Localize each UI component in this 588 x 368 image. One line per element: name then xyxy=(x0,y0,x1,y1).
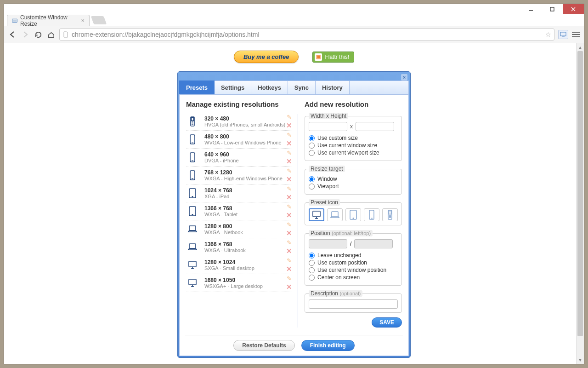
reload-button[interactable] xyxy=(34,30,43,39)
resolution-item[interactable]: 1366 × 768WXGA - Ultrabook✎✕ xyxy=(186,238,292,256)
target-radio[interactable] xyxy=(309,176,315,182)
browser-tab[interactable]: Customize Window Resize × xyxy=(7,15,90,26)
address-bar[interactable]: chrome-extension://bjakagclnejaocjfdgmkg… xyxy=(59,29,554,40)
target-label: Window xyxy=(317,176,337,182)
size-radio[interactable] xyxy=(309,150,315,156)
edit-icon[interactable]: ✎ xyxy=(287,203,292,210)
preset-icon-desktop[interactable] xyxy=(309,208,324,221)
resolution-item[interactable]: 1280 × 1024SXGA - Small desktop✎✕ xyxy=(186,256,292,274)
svg-rect-31 xyxy=(313,211,320,217)
delete-icon[interactable]: ✕ xyxy=(286,175,292,184)
size-label: Use current viewport size xyxy=(317,150,379,156)
position-option[interactable]: Use custom position xyxy=(309,259,398,266)
tab-history[interactable]: History xyxy=(316,80,350,94)
resolution-description: WXGA - Ultrabook xyxy=(204,247,292,253)
height-input[interactable] xyxy=(356,122,394,131)
tab-hotkeys[interactable]: Hotkeys xyxy=(251,80,288,94)
edit-icon[interactable]: ✎ xyxy=(287,221,292,228)
position-left-input[interactable] xyxy=(309,239,347,248)
preset-icon-tablet[interactable] xyxy=(345,208,361,221)
resolution-item[interactable]: 320 × 480HVGA (old iPhones, small Androi… xyxy=(186,113,292,131)
delete-icon[interactable]: ✕ xyxy=(286,193,292,201)
vertical-scrollbar[interactable]: ▲ ▼ xyxy=(576,43,584,364)
svg-rect-6 xyxy=(560,32,566,36)
edit-icon[interactable]: ✎ xyxy=(287,167,292,174)
window-close-button[interactable] xyxy=(563,4,584,14)
delete-icon[interactable]: ✕ xyxy=(286,247,292,255)
target-radio[interactable] xyxy=(309,184,315,190)
position-radio[interactable] xyxy=(309,275,315,281)
width-input[interactable] xyxy=(309,122,347,131)
resolution-item[interactable]: 1680 × 1050WSXGA+ - Large desktop✎✕ xyxy=(186,274,292,292)
position-top-input[interactable] xyxy=(354,239,393,248)
resolution-item[interactable]: 1280 × 800WXGA - Netbook✎✕ xyxy=(186,220,292,238)
svg-rect-25 xyxy=(189,261,196,267)
svg-point-22 xyxy=(192,214,193,215)
edit-icon[interactable]: ✎ xyxy=(287,150,292,156)
delete-icon[interactable]: ✕ xyxy=(286,139,292,148)
edit-icon[interactable]: ✎ xyxy=(287,185,292,192)
bookmark-star-icon[interactable]: ☆ xyxy=(545,31,551,38)
back-button[interactable] xyxy=(8,30,17,39)
restore-defaults-button[interactable]: Restore Defaults xyxy=(233,340,294,351)
edit-icon[interactable]: ✎ xyxy=(287,114,292,121)
manage-heading: Manage existing resolutions xyxy=(186,100,292,108)
size-radio[interactable] xyxy=(309,135,315,141)
scroll-up-icon[interactable]: ▲ xyxy=(577,43,584,51)
edit-icon[interactable]: ✎ xyxy=(287,257,292,264)
size-option[interactable]: Use current viewport size xyxy=(309,150,398,156)
tab-settings[interactable]: Settings xyxy=(215,80,251,94)
extension-icon[interactable] xyxy=(558,30,568,39)
finish-editing-button[interactable]: Finish editing xyxy=(301,340,355,351)
scroll-thumb[interactable] xyxy=(577,51,583,336)
resolution-item[interactable]: 480 × 800WVGA - Low-end Windows Phone✎✕ xyxy=(186,131,292,149)
buy-coffee-button[interactable]: Buy me a coffee xyxy=(234,51,299,63)
position-option[interactable]: Leave unchanged xyxy=(309,252,398,259)
position-option[interactable]: Center on screen xyxy=(309,274,398,281)
forward-button[interactable] xyxy=(21,30,30,39)
tab-close-icon[interactable]: × xyxy=(81,17,85,24)
panel-close-button[interactable]: × xyxy=(401,74,407,80)
edit-icon[interactable]: ✎ xyxy=(287,132,292,138)
delete-icon[interactable]: ✕ xyxy=(286,283,292,291)
position-radio[interactable] xyxy=(309,260,315,266)
resolution-item[interactable]: 640 × 960DVGA - iPhone✎✕ xyxy=(186,149,292,167)
size-option[interactable]: Use current window size xyxy=(309,142,398,149)
position-label: Use custom position xyxy=(317,259,367,266)
description-input[interactable] xyxy=(309,299,398,309)
home-button[interactable] xyxy=(46,30,56,39)
feature-phone-icon xyxy=(186,116,199,127)
target-option[interactable]: Window xyxy=(309,176,398,182)
delete-icon[interactable]: ✕ xyxy=(286,211,292,219)
save-button[interactable]: SAVE xyxy=(372,317,402,328)
preset-icon-feature-phone[interactable] xyxy=(382,208,398,221)
edit-icon[interactable]: ✎ xyxy=(287,275,292,282)
laptop-icon xyxy=(186,224,199,235)
window-minimize-button[interactable] xyxy=(520,4,542,14)
window-maximize-button[interactable] xyxy=(542,4,563,14)
new-tab-button[interactable] xyxy=(91,16,107,24)
edit-icon[interactable]: ✎ xyxy=(287,239,292,246)
tab-sync[interactable]: Sync xyxy=(288,80,316,94)
position-radio[interactable] xyxy=(309,253,315,259)
preset-icon-laptop[interactable] xyxy=(327,208,343,221)
size-radio[interactable] xyxy=(309,143,315,149)
resolution-description: DVGA - iPhone xyxy=(204,158,292,163)
delete-icon[interactable]: ✕ xyxy=(286,229,292,237)
scroll-down-icon[interactable]: ▼ xyxy=(577,356,584,364)
resolution-item[interactable]: 768 × 1280WXGA - High-end Windows Phone✎… xyxy=(186,167,292,184)
chrome-menu-button[interactable] xyxy=(572,32,580,37)
position-radio[interactable] xyxy=(309,267,315,273)
tab-presets[interactable]: Presets xyxy=(179,80,215,94)
delete-icon[interactable]: ✕ xyxy=(286,157,292,166)
resolution-item[interactable]: 1366 × 768WXGA - Tablet✎✕ xyxy=(186,202,292,220)
size-option[interactable]: Use custom size xyxy=(309,135,398,141)
resolution-value: 1024 × 768 xyxy=(204,187,292,194)
delete-icon[interactable]: ✕ xyxy=(286,265,292,273)
preset-icon-smartphone[interactable] xyxy=(364,208,379,221)
position-option[interactable]: Use current window position xyxy=(309,267,398,273)
flattr-button[interactable]: ▣Flattr this! xyxy=(312,52,354,63)
target-option[interactable]: Viewport xyxy=(309,183,398,190)
resolution-item[interactable]: 1024 × 768XGA - iPad✎✕ xyxy=(186,184,292,202)
delete-icon[interactable]: ✕ xyxy=(286,121,292,130)
